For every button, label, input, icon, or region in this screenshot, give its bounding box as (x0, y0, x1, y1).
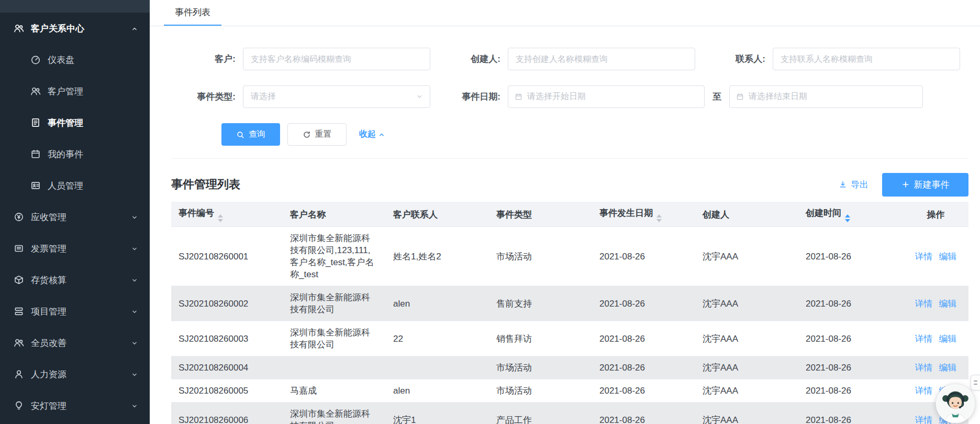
detail-link[interactable]: 详情 (915, 334, 933, 344)
export-button-label: 导出 (851, 179, 868, 191)
search-button[interactable]: 查询 (221, 123, 280, 146)
app-root: 客户关系中心仪表盘客户管理事件管理我的事件人员管理应收管理发票管理存货核算项目管… (0, 0, 980, 424)
cell-customer-name: 深圳市集全新能源科技有限公司 (283, 321, 386, 356)
cell-customer-name: 深圳市集全新能源科技有限公司 (283, 403, 386, 424)
sidebar-item-label: 客户管理 (48, 85, 83, 97)
sort-carets-icon[interactable] (845, 214, 850, 222)
chevron-up-icon (131, 25, 138, 32)
calendar-icon (736, 93, 744, 101)
collapse-filters-link[interactable]: 收起 (359, 129, 385, 140)
cell-customer-name: 马嘉成 (283, 379, 386, 403)
cell-event-code: SJ202108260003 (171, 321, 283, 356)
sidebar: 客户关系中心仪表盘客户管理事件管理我的事件人员管理应收管理发票管理存货核算项目管… (0, 0, 150, 424)
cell-created-time: 2021-08-26 (798, 227, 903, 286)
chevron-down-icon (416, 93, 424, 101)
plus-icon (901, 180, 910, 189)
event-date-filter-label: 事件日期: (439, 91, 508, 103)
sidebar-item-customer-mgmt[interactable]: 客户管理 (0, 75, 150, 107)
detail-link[interactable]: 详情 (915, 299, 933, 309)
table-row: SJ202108260003深圳市集全新能源科技有限公司22销售拜访2021-0… (171, 321, 968, 356)
table-row: SJ202108260005马嘉成alen市场活动2021-08-26沈宇AAA… (171, 379, 968, 403)
sidebar-item-personnel-mgmt[interactable]: 人员管理 (0, 170, 150, 201)
date-range-to-label: 至 (712, 91, 721, 103)
assistant-mascot[interactable] (936, 384, 975, 423)
creator-filter-label: 创建人: (439, 53, 508, 65)
cell-creator: 沈宇AAA (695, 286, 798, 321)
event-type-select-value: 请选择 (251, 91, 276, 102)
edge-widget-tab[interactable] (971, 375, 980, 390)
sidebar-item-label: 全员改善 (31, 337, 66, 349)
sidebar-menu: 客户关系中心仪表盘客户管理事件管理我的事件人员管理应收管理发票管理存货核算项目管… (0, 13, 150, 421)
event-date-filter: 事件日期: 请选择开始日期 至 请选择结束日期 (439, 85, 923, 108)
collapse-link-label: 收起 (359, 129, 376, 140)
chevron-down-icon (131, 213, 138, 221)
sidebar-item-andon-mgmt[interactable]: 安灯管理 (0, 390, 150, 421)
table-row: SJ202108260004市场活动2021-08-26沈宇AAA2021-08… (171, 356, 968, 379)
detail-link[interactable]: 详情 (915, 252, 933, 262)
customer-filter-input[interactable] (243, 48, 430, 70)
contact-filter-input[interactable] (773, 48, 960, 70)
cell-customer-name: 深圳市集全新能源科技有限公司 (283, 286, 386, 321)
column-label: 操作 (927, 210, 945, 220)
cell-created-time: 2021-08-26 (798, 403, 903, 424)
column-label: 客户名称 (290, 210, 326, 220)
new-event-button-label: 新建事件 (914, 179, 950, 191)
sidebar-item-partial[interactable] (0, 0, 150, 13)
list-section: 事件管理列表 导出 新建事件 (150, 159, 980, 424)
column-header-event-date[interactable]: 事件发生日期 (592, 202, 695, 227)
new-event-button[interactable]: 新建事件 (882, 173, 968, 197)
customer-filter-label: 客户: (174, 53, 243, 65)
reset-button[interactable]: 重置 (287, 123, 347, 146)
sidebar-item-project-mgmt[interactable]: 项目管理 (0, 296, 150, 327)
cell-actions: 详情编辑 (903, 286, 968, 321)
chevron-down-icon (131, 339, 138, 346)
table-row: SJ202108260002深圳市集全新能源科技有限公司alen售前支持2021… (171, 286, 968, 321)
sidebar-item-receivables[interactable]: 应收管理 (0, 201, 150, 233)
creator-filter-input[interactable] (508, 48, 695, 70)
column-header-created-time[interactable]: 创建时间 (798, 202, 903, 227)
column-label: 创建人 (703, 210, 729, 220)
sidebar-item-improvement[interactable]: 全员改善 (0, 327, 150, 358)
filter-row-2: 事件类型: 请选择 事件日期: 请选择开始日期 (174, 85, 980, 108)
cell-event-code: SJ202108260004 (171, 356, 283, 379)
detail-link[interactable]: 详情 (915, 386, 933, 396)
edit-link[interactable]: 编辑 (939, 252, 957, 262)
cell-customer-contact: alen (386, 286, 489, 321)
table-row: SJ202108260001深圳市集全新能源科技有限公司,123,111,客户名… (171, 227, 968, 286)
table-row: SJ202108260006深圳市集全新能源科技有限公司沈宇1产品工作2021-… (171, 403, 968, 424)
export-button[interactable]: 导出 (839, 179, 868, 191)
end-date-input[interactable]: 请选择结束日期 (729, 85, 923, 108)
edit-link[interactable]: 编辑 (939, 334, 957, 344)
event-type-select[interactable]: 请选择 (243, 85, 430, 108)
sidebar-item-hr[interactable]: 人力资源 (0, 358, 150, 390)
start-date-input[interactable]: 请选择开始日期 (508, 85, 705, 108)
cell-customer-contact (386, 356, 489, 379)
cell-customer-contact: 姓名1,姓名2 (386, 227, 489, 286)
sort-carets-icon[interactable] (656, 214, 662, 222)
sidebar-item-dashboard[interactable]: 仪表盘 (0, 44, 150, 75)
chevron-down-icon (131, 308, 138, 315)
sort-carets-icon[interactable] (218, 214, 223, 222)
cell-created-time: 2021-08-26 (798, 356, 903, 379)
column-header-event-code[interactable]: 事件编号 (171, 202, 283, 227)
cell-actions: 详情编辑 (903, 356, 968, 379)
creator-filter: 创建人: (439, 48, 704, 70)
detail-link[interactable]: 详情 (915, 363, 933, 373)
sidebar-item-label: 发票管理 (31, 243, 66, 255)
detail-link[interactable]: 详情 (915, 415, 933, 424)
cell-event-date: 2021-08-26 (592, 356, 695, 379)
edit-link[interactable]: 编辑 (939, 299, 957, 309)
sidebar-item-invoice-mgmt[interactable]: 发票管理 (0, 233, 150, 264)
sidebar-item-crm-center[interactable]: 客户关系中心 (0, 13, 150, 44)
sidebar-item-label: 客户关系中心 (31, 23, 84, 35)
event-type-filter: 事件类型: 请选择 (174, 85, 439, 108)
tab-event-list[interactable]: 事件列表 (164, 0, 221, 26)
edit-link[interactable]: 编辑 (939, 363, 957, 373)
sidebar-item-my-events[interactable]: 我的事件 (0, 138, 150, 170)
cell-customer-name (283, 356, 386, 379)
sidebar-item-inventory-acct[interactable]: 存货核算 (0, 264, 150, 296)
sidebar-item-event-mgmt[interactable]: 事件管理 (0, 107, 150, 138)
column-label: 事件编号 (179, 208, 214, 218)
chevron-down-icon (131, 276, 138, 284)
page-title: 事件管理列表 (171, 177, 240, 192)
